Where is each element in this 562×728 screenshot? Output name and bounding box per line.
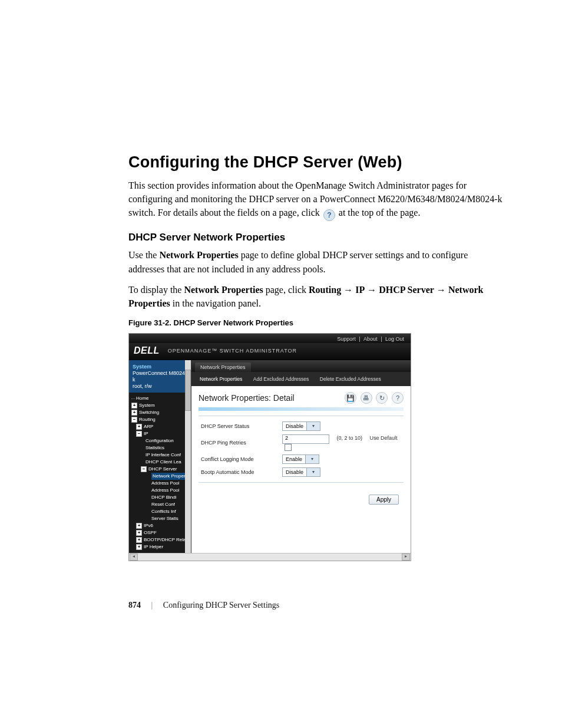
tree-ip-stats[interactable]: Statistics <box>131 444 191 452</box>
page-footer: 874 | Configuring DHCP Server Settings <box>128 601 279 610</box>
chevron-down-icon: ▾ <box>305 455 319 463</box>
fields-table: DHCP Server Status Disable▾ DHCP Ping Re… <box>199 420 404 479</box>
refresh-icon[interactable]: ↻ <box>376 392 388 404</box>
page-number: 874 <box>128 601 141 610</box>
primary-tabs: Network Properties <box>191 360 411 372</box>
page-heading: Configuring the DHCP Server (Web) <box>128 153 503 172</box>
tree-ip[interactable]: −IP <box>131 430 191 437</box>
tree-serverstats[interactable]: Server Statis <box>131 515 191 522</box>
footer-divider: | <box>151 601 153 610</box>
subtab-add-excl[interactable]: Add Excluded Addresses <box>249 375 314 383</box>
tree-dhcp-server[interactable]: −DHCP Server <box>131 466 191 473</box>
hscroll-left[interactable]: ◂ <box>130 554 138 561</box>
chevron-down-icon: ▾ <box>306 468 320 476</box>
p2c: page, click <box>263 285 309 295</box>
tree-ipv6[interactable]: +IPv6 <box>131 522 191 529</box>
dell-logo: DELL <box>134 345 160 356</box>
select-server-status[interactable]: Disable▾ <box>282 421 320 431</box>
row-bootp-auto: Bootp Automatic Mode Disable▾ <box>199 466 404 479</box>
tree-bindings[interactable]: DHCP Bindi <box>131 494 191 501</box>
figure-caption: Figure 31-2. DHCP Server Network Propert… <box>128 318 503 327</box>
label-ping-retries: DHCP Ping Retries <box>199 433 280 453</box>
select-conflict-logging[interactable]: Enable▾ <box>282 454 319 464</box>
link-logout[interactable]: Log Out <box>385 336 404 342</box>
suite-title: OPENMANAGE™ SWITCH ADMINISTRATOR <box>168 348 297 354</box>
brand-row: DELL OPENMANAGE™ SWITCH ADMINISTRATOR <box>129 343 411 360</box>
section-p1: Use the Network Properties page to defin… <box>128 248 503 275</box>
tree-ip-ifconf[interactable]: IP Interface Conf <box>131 452 191 459</box>
tree-switching[interactable]: +Switching <box>131 409 191 416</box>
label-server-status: DHCP Server Status <box>199 420 280 433</box>
sidebar-hscroll[interactable]: ◂ ▸ <box>129 553 411 561</box>
p2d: in the navigation panel. <box>170 298 261 308</box>
sidebar-user: root, r/w <box>133 383 152 389</box>
p1a: Use the <box>128 250 159 260</box>
detail-title: Network Properties: Detail <box>199 393 295 403</box>
main-pane: Network Properties Network Properties Ad… <box>191 360 411 553</box>
tree-ip-dhcpclient[interactable]: DHCP Client Lea <box>131 459 191 466</box>
label-bootp-auto: Bootp Automatic Mode <box>199 466 280 479</box>
tree-addrpool2[interactable]: Address Pool <box>131 487 191 494</box>
row-conflict-logging: Conflict Logging Mode Enable▾ <box>199 453 404 466</box>
chevron-down-icon: ▾ <box>306 422 320 430</box>
intro-text-a: This section provides information about … <box>128 180 502 218</box>
tree-arp[interactable]: +ARP <box>131 423 191 430</box>
chapter-title: Configuring DHCP Server Settings <box>163 601 279 610</box>
select-bootp-auto[interactable]: Disable▾ <box>282 467 320 477</box>
tree-routing[interactable]: −Routing <box>131 416 191 423</box>
input-ping-retries[interactable]: 2 <box>282 434 329 444</box>
tree-bootp[interactable]: +BOOTP/DHCP Relay <box>131 536 191 543</box>
secondary-tabs: Network Properties Add Excluded Addresse… <box>191 372 411 386</box>
tree-addrpool1[interactable]: Address Pool <box>131 480 191 487</box>
link-support[interactable]: Support <box>337 336 356 342</box>
intro-paragraph: This section provides information about … <box>128 179 503 221</box>
nav-ip: IP <box>355 285 365 295</box>
nav-dhcp: DHCP Server <box>379 285 434 295</box>
sidebar-vscroll-thumb[interactable] <box>185 370 191 411</box>
tab-network-properties[interactable]: Network Properties <box>195 363 251 372</box>
tree-iphelper[interactable]: +IP Helper <box>131 543 191 551</box>
hint-ping-retries: (0, 2 to 10) <box>337 435 363 441</box>
intro-text-b: at the top of the page. <box>339 207 421 218</box>
header-accent <box>199 407 404 411</box>
select-bootp-auto-value: Disable <box>283 469 306 475</box>
apply-button[interactable]: Apply <box>369 495 399 505</box>
app-topbar: Support | About | Log Out <box>129 334 411 343</box>
separator <box>199 482 404 483</box>
section-heading: DHCP Server Network Properties <box>128 232 503 243</box>
sidebar-system: System <box>133 364 187 370</box>
sidebar-model: PowerConnect M8024-k <box>133 370 187 383</box>
sidebar-header: System PowerConnect M8024-k root, r/w <box>129 360 191 393</box>
row-ping-retries: DHCP Ping Retries 2 (0, 2 to 10) Use Def… <box>199 433 404 453</box>
figure-screenshot: Support | About | Log Out DELL OPENMANAG… <box>128 333 411 561</box>
tree-np[interactable]: Network Properties <box>131 473 191 480</box>
separator <box>199 416 404 416</box>
help-icon: ? <box>323 209 335 221</box>
label-conflict-logging: Conflict Logging Mode <box>199 453 280 466</box>
nav-tree: Home +System +Switching −Routing +ARP −I… <box>129 393 191 553</box>
sidebar: System PowerConnect M8024-k root, r/w Ho… <box>129 360 191 553</box>
select-conflict-logging-value: Enable <box>283 456 305 462</box>
hscroll-right[interactable]: ▸ <box>402 554 410 561</box>
p2b: Network Properties <box>184 285 263 295</box>
tree-conflicts[interactable]: Conflicts Inf <box>131 508 191 515</box>
link-about[interactable]: About <box>363 336 378 342</box>
p2a: To display the <box>128 285 184 295</box>
subtab-del-excl[interactable]: Delete Excluded Addresses <box>315 375 386 383</box>
tree-ospf[interactable]: +OSPF <box>131 529 191 536</box>
p1b: Network Properties <box>159 250 238 260</box>
print-icon[interactable]: 🖶 <box>361 392 372 404</box>
nav-routing: Routing <box>309 285 341 295</box>
tree-home[interactable]: Home <box>131 395 191 402</box>
tree-reset[interactable]: Reset Conf <box>131 501 191 508</box>
row-server-status: DHCP Server Status Disable▾ <box>199 420 404 433</box>
select-server-status-value: Disable <box>283 423 306 429</box>
subtab-np[interactable]: Network Properties <box>195 375 247 383</box>
help-icon-toolbar[interactable]: ? <box>392 392 404 404</box>
detail-area: Network Properties: Detail 💾 🖶 ↻ ? DHCP … <box>191 386 411 512</box>
save-icon[interactable]: 💾 <box>345 392 356 404</box>
tree-ip-config[interactable]: Configuration <box>131 437 191 444</box>
checkbox-use-default[interactable] <box>285 444 292 451</box>
detail-toolbar: 💾 🖶 ↻ ? <box>342 392 404 404</box>
tree-system[interactable]: +System <box>131 402 191 409</box>
